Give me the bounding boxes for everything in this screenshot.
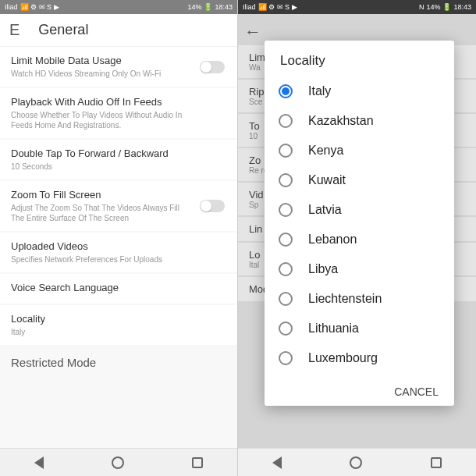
- nav-recent-icon[interactable]: [431, 457, 442, 468]
- radio-icon[interactable]: [279, 203, 293, 217]
- time-label: 18:43: [215, 3, 233, 11]
- back-button[interactable]: E: [9, 21, 20, 39]
- radio-icon[interactable]: [279, 262, 293, 276]
- locality-option-luxembourg[interactable]: Luxembourg: [265, 343, 454, 373]
- status-bar: Iliad 📶 ⚙ ✉ S ▶ 14% 🔋 18:43: [0, 0, 237, 14]
- radio-icon[interactable]: [279, 321, 293, 336]
- locality-option-kuwait[interactable]: Kuwait: [265, 165, 454, 195]
- radio-label: Italy: [308, 84, 331, 98]
- locality-option-lebanon[interactable]: Lebanon: [265, 225, 454, 254]
- setting-limit-data[interactable]: Limit Mobile Data Usage Watch HD Videos …: [0, 47, 237, 87]
- locality-list[interactable]: Italy Kazakhstan Kenya Kuwait Latvia: [265, 76, 454, 378]
- carrier-label: Iliad: [5, 3, 18, 11]
- nav-home-icon[interactable]: [350, 456, 362, 469]
- locality-option-latvia[interactable]: Latvia: [265, 195, 454, 225]
- radio-label: Libya: [308, 262, 338, 276]
- header: E General: [0, 14, 237, 47]
- setting-sub: Specifies Network Preferences For Upload…: [11, 254, 183, 265]
- setting-sub: 10 Seconds: [11, 162, 183, 172]
- radio-icon[interactable]: [279, 173, 293, 187]
- setting-title: Locality: [11, 313, 226, 325]
- setting-uploaded-videos[interactable]: Uploaded Videos Specifies Network Prefer…: [0, 233, 237, 272]
- nav-back-icon[interactable]: [34, 456, 44, 469]
- modal-title: Locality: [265, 41, 454, 76]
- locality-option-italy[interactable]: Italy: [265, 76, 454, 106]
- nfc-icon: N: [419, 3, 424, 11]
- radio-icon[interactable]: [279, 351, 293, 365]
- radio-label: Latvia: [308, 203, 342, 217]
- battery-icon: 🔋: [442, 3, 451, 11]
- nav-bar: [238, 448, 476, 476]
- time-label: 18:43: [453, 3, 471, 11]
- radio-label: Luxembourg: [308, 351, 378, 365]
- locality-modal: Locality Italy Kazakhstan Kenya Kuwait: [265, 41, 454, 406]
- page-title: General: [38, 22, 88, 38]
- setting-locality[interactable]: Locality Italy: [0, 305, 237, 345]
- locality-option-lithuania[interactable]: Lithuania: [265, 314, 454, 343]
- nav-back-icon[interactable]: [272, 456, 282, 469]
- radio-label: Kazakhstan: [308, 114, 374, 128]
- radio-icon[interactable]: [279, 144, 293, 158]
- setting-double-tap[interactable]: Double Tap To Forward / Backward 10 Seco…: [0, 140, 237, 179]
- radio-label: Kuwait: [308, 173, 346, 187]
- nav-recent-icon[interactable]: [192, 457, 203, 468]
- toggle-switch[interactable]: [200, 200, 225, 212]
- modal-backdrop: ← LimWa RipSce Ho To10 ZoRe rec sch VidS…: [238, 14, 476, 448]
- setting-sub: Adjust The Zoom So That The Videos Alway…: [11, 203, 183, 223]
- setting-title: Double Tap To Forward / Backward: [11, 147, 226, 159]
- carrier-label: Iliad: [243, 3, 256, 11]
- radio-label: Lithuania: [308, 321, 359, 336]
- locality-option-libya[interactable]: Libya: [265, 254, 454, 284]
- setting-title: Limit Mobile Data Usage: [11, 55, 226, 66]
- back-arrow-icon[interactable]: ←: [244, 22, 261, 42]
- setting-sub: Italy: [11, 327, 183, 337]
- cancel-button[interactable]: CANCEL: [265, 378, 454, 406]
- toggle-switch[interactable]: [200, 61, 225, 73]
- radio-label: Lebanon: [308, 233, 357, 247]
- radio-icon[interactable]: [279, 233, 293, 247]
- settings-list: Limit Mobile Data Usage Watch HD Videos …: [0, 47, 237, 448]
- status-icons: 📶 ⚙ ✉ S ▶: [20, 3, 59, 11]
- battery-label: 14%: [426, 3, 440, 11]
- nav-home-icon[interactable]: [112, 456, 124, 469]
- nav-bar: [0, 448, 237, 476]
- locality-option-kazakhstan[interactable]: Kazakhstan: [265, 106, 454, 136]
- setting-title: Voice Search Language: [11, 282, 226, 293]
- radio-icon[interactable]: [279, 292, 293, 306]
- battery-icon: 🔋: [204, 3, 212, 11]
- locality-option-kenya[interactable]: Kenya: [265, 136, 454, 165]
- status-bar: Iliad 📶 ⚙ ✉ S ▶ N 14% 🔋 18:43: [238, 0, 476, 14]
- battery-label: 14%: [187, 3, 201, 11]
- setting-playback-audio[interactable]: Playback With Audio Off In Feeds Choose …: [0, 88, 237, 138]
- radio-label: Liechtenstein: [308, 292, 382, 306]
- setting-voice-search[interactable]: Voice Search Language: [0, 274, 237, 304]
- section-restricted: Restricted Mode: [0, 346, 237, 374]
- radio-icon[interactable]: [279, 114, 293, 128]
- setting-title: Uploaded Videos: [11, 240, 226, 252]
- locality-option-liechtenstein[interactable]: Liechtenstein: [265, 284, 454, 314]
- setting-sub: Choose Whether To Play Videos Without Au…: [11, 110, 183, 130]
- status-icons: 📶 ⚙ ✉ S ▶: [258, 3, 297, 11]
- setting-title: Playback With Audio Off In Feeds: [11, 96, 226, 108]
- setting-title: Zoom To Fill Screen: [11, 189, 226, 201]
- radio-icon[interactable]: [279, 84, 293, 98]
- setting-sub: Watch HD Videos Streaming Only On Wi-Fi: [11, 69, 183, 79]
- radio-label: Kenya: [308, 144, 343, 158]
- setting-zoom-fill[interactable]: Zoom To Fill Screen Adjust The Zoom So T…: [0, 181, 237, 231]
- locality-screen: Iliad 📶 ⚙ ✉ S ▶ N 14% 🔋 18:43 ← LimWa Ri…: [238, 0, 476, 476]
- settings-screen: Iliad 📶 ⚙ ✉ S ▶ 14% 🔋 18:43 E General Li…: [0, 0, 238, 476]
